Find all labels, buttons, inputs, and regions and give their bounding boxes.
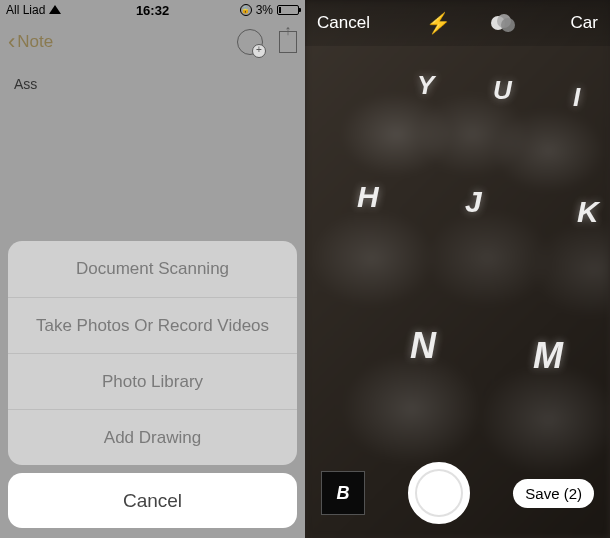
battery-icon [277,5,299,15]
scanner-cancel-button[interactable]: Cancel [317,13,370,33]
scanner-toolbar: Cancel ⚡ Car [305,0,610,46]
note-text: Ass [14,76,37,92]
scanner-right-button[interactable]: Car [571,13,598,33]
note-content[interactable]: Ass [0,64,305,104]
status-bar: All Liad 16:32 🔒 3% [0,0,305,20]
action-sheet: Document Scanning Take Photos Or Record … [8,241,297,528]
collaborate-icon[interactable] [237,29,263,55]
clock: 16:32 [136,3,169,18]
flash-icon[interactable]: ⚡ [426,11,451,35]
notes-screen: All Liad 16:32 🔒 3% ‹ Note Ass Document … [0,0,305,538]
key-y: Y [417,70,434,101]
key-m: M [533,335,563,377]
share-icon[interactable] [279,31,297,53]
key-u: U [493,75,512,106]
scanner-bottom-bar: B Save (2) [305,448,610,538]
key-n: N [410,325,436,367]
key-j: J [465,185,482,219]
sheet-options-group: Document Scanning Take Photos Or Record … [8,241,297,465]
key-h: H [357,180,379,214]
sheet-add-drawing[interactable]: Add Drawing [8,409,297,465]
nav-bar: ‹ Note [0,20,305,64]
scanner-screen: Y U I H J K N M Cancel ⚡ Car B Save (2) [305,0,610,538]
sheet-photo-library[interactable]: Photo Library [8,353,297,409]
key-k: K [577,195,599,229]
sheet-scan-documents[interactable]: Document Scanning [8,241,297,297]
save-button[interactable]: Save (2) [513,479,594,508]
back-label: Note [17,32,53,52]
scan-thumbnail[interactable]: B [321,471,365,515]
filter-icon[interactable] [491,14,515,32]
thumbnail-letter: B [337,483,350,504]
back-button[interactable]: ‹ Note [8,31,53,53]
sheet-cancel-button[interactable]: Cancel [8,473,297,528]
sheet-take-photo-video[interactable]: Take Photos Or Record Videos [8,297,297,353]
shutter-button[interactable] [408,462,470,524]
key-i: I [573,82,580,113]
chevron-left-icon: ‹ [8,31,15,53]
